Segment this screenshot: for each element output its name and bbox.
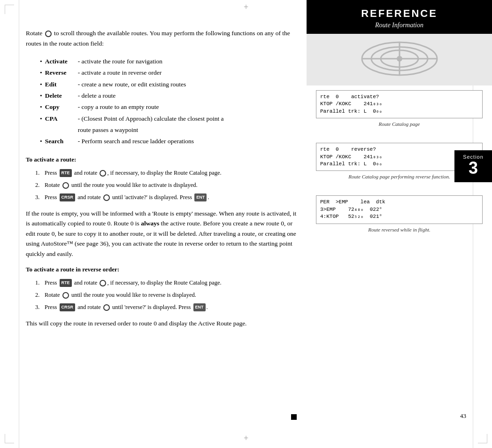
term-delete: Delete	[45, 90, 78, 101]
main-content: Rotate to scroll through the available r…	[26, 28, 298, 335]
screen1-container: rte 0 activate? KTOP /KOKC 241₀₃ₒ Parall…	[307, 85, 492, 138]
step-content: Rotate until the route you would like to…	[45, 180, 298, 190]
page-marker	[291, 414, 297, 420]
desc-activate: - activate the route for navigation	[78, 56, 298, 67]
term-edit: Edit	[45, 79, 78, 90]
step-content: Press CRSR and rotate until 'activate?' …	[45, 193, 298, 202]
list-item: • Activate - activate the route for navi…	[40, 56, 298, 67]
screen1-display: rte 0 activate? KTOP /KOKC 241₀₃ₒ Parall…	[316, 90, 483, 118]
crsr-button: CRSR	[60, 193, 76, 201]
activate-step-2: 2. Rotate until the route you would like…	[26, 180, 298, 190]
list-item: • CPA - (Closest Point of Approach) calc…	[40, 113, 298, 136]
knob-icon	[100, 280, 106, 286]
ent-button: ENT	[194, 193, 207, 201]
reverse-step-2: 2. Rotate until the route you would like…	[26, 290, 298, 300]
bullet-char: •	[40, 67, 42, 78]
step-content: Rotate until the route you would like to…	[45, 290, 298, 300]
reverse-step-1: 1. Press RTE and rotate , if necessary, …	[26, 278, 298, 287]
desc-reverse: - activate a route in reverse order	[78, 67, 298, 78]
step-num: 1.	[35, 168, 45, 178]
brand-logo	[353, 35, 446, 84]
list-item: • Reverse - activate a route in reverse …	[40, 67, 298, 78]
reference-header: REFERENCE Route Information	[307, 0, 492, 34]
list-item: • Delete - delete a route	[40, 90, 298, 101]
screen3-container: PER >EMP lea dtk 3>EMP 72₄₈ₒ 022° 4:KTOP…	[307, 191, 492, 243]
reference-subtitle: Route Information	[316, 22, 483, 29]
step-num: 3.	[35, 193, 45, 202]
screen3-caption: Route reversed while in flight.	[316, 227, 483, 232]
desc-delete: - delete a route	[78, 90, 298, 101]
bullet-char: •	[40, 56, 42, 67]
always-bold: always	[141, 220, 159, 227]
term-reverse: Reverse	[45, 67, 78, 78]
bullet-char: •	[40, 79, 42, 90]
activate-step-1: 1. Press RTE and rotate , if necessary, …	[26, 168, 298, 178]
list-item: • Search - Perform search and rescue lad…	[40, 136, 298, 147]
bullet-char: •	[40, 90, 42, 101]
section-number: 3	[454, 160, 492, 177]
bullet-char: •	[40, 113, 42, 124]
desc-edit: - create a new route, or edit existing r…	[78, 79, 298, 90]
step-num: 3.	[35, 302, 45, 312]
intro-paragraph: Rotate to scroll through the available r…	[26, 28, 298, 48]
term-activate: Activate	[45, 56, 78, 67]
term-cpa: CPA	[45, 113, 78, 124]
step-content: Press CRSR and rotate until 'reverse?' i…	[45, 302, 298, 312]
desc-cpa: - (Closest Point of Approach) calculate …	[78, 113, 298, 136]
desc-copy: - copy a route to an empty route	[78, 101, 298, 113]
reverse-header: To activate a route in reverse order:	[26, 266, 298, 273]
knob-icon	[62, 182, 69, 189]
corner-mark-br	[478, 434, 487, 443]
step-num: 1.	[35, 278, 45, 287]
list-item: • Copy - copy a route to an empty route	[40, 101, 298, 113]
copy-paragraph: This will copy the route in reversed ord…	[26, 318, 298, 329]
middle-paragraph: If the route is empty, you will be infor…	[26, 209, 298, 259]
screen3-display: PER >EMP lea dtk 3>EMP 72₄₈ₒ 022° 4:KTOP…	[316, 195, 483, 224]
activate-header: To activate a route:	[26, 156, 298, 163]
corner-mark-tl	[5, 5, 14, 14]
left-margin-line	[19, 0, 19, 448]
knob-icon	[103, 194, 110, 201]
reference-title: REFERENCE	[316, 8, 483, 20]
term-search: Search	[45, 136, 78, 147]
desc-search: - Perform search and rescue ladder opera…	[78, 136, 298, 147]
knob-icon	[62, 292, 69, 299]
knob-icon	[103, 304, 110, 311]
rte-button: RTE	[60, 279, 72, 286]
crsr-button: CRSR	[60, 303, 76, 311]
step-content: Press RTE and rotate , if necessary, to …	[45, 278, 298, 287]
step-num: 2.	[35, 290, 45, 300]
ent-button: ENT	[193, 303, 206, 311]
watermark-area	[307, 34, 492, 85]
screen1-caption: Route Catalog page	[316, 121, 483, 127]
page-number: 43	[460, 412, 466, 420]
activate-step-3: 3. Press CRSR and rotate until 'activate…	[26, 193, 298, 202]
knob-icon	[100, 170, 106, 177]
features-list: • Activate - activate the route for navi…	[26, 56, 298, 147]
reverse-step-3: 3. Press CRSR and rotate until 'reverse?…	[26, 302, 298, 312]
rte-button: RTE	[60, 169, 72, 177]
knob-icon	[45, 31, 52, 37]
bottom-cross-mark: +	[244, 433, 248, 443]
bullet-char: •	[40, 101, 42, 113]
svg-point-5	[397, 56, 402, 62]
bullet-char: •	[40, 136, 42, 147]
list-item: • Edit - create a new route, or edit exi…	[40, 79, 298, 90]
top-cross-mark	[241, 0, 251, 14]
step-num: 2.	[35, 180, 45, 190]
step-content: Press RTE and rotate , if necessary, to …	[45, 168, 298, 178]
term-copy: Copy	[45, 101, 78, 113]
section-badge: Section 3	[454, 150, 492, 182]
corner-mark-bl	[5, 434, 14, 443]
